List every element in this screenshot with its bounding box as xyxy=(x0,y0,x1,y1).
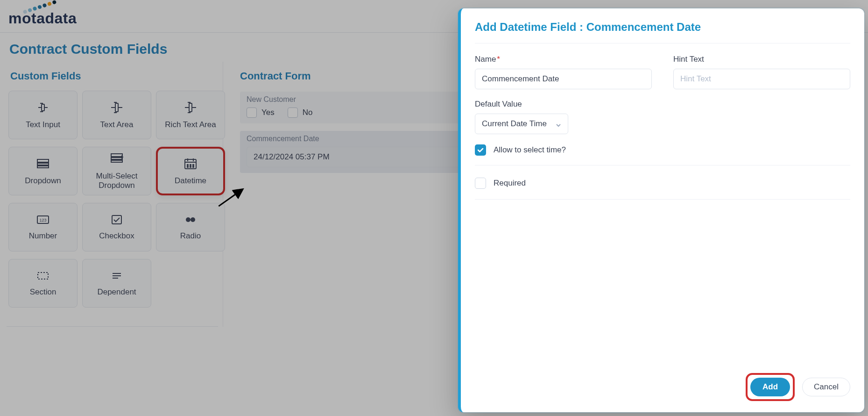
dropdown-icon xyxy=(35,157,51,171)
rich-text-area-icon xyxy=(182,100,199,115)
palette-title: Custom Fields xyxy=(10,70,214,82)
option-yes[interactable]: Yes xyxy=(247,108,275,118)
allow-time-checkbox[interactable] xyxy=(475,144,486,156)
brand-name: motadata xyxy=(8,10,77,27)
field-card-dependent[interactable]: Dependent xyxy=(82,259,151,308)
number-icon: 123 xyxy=(36,214,50,226)
add-button[interactable]: Add xyxy=(750,378,790,396)
svg-rect-18 xyxy=(112,215,121,224)
checkbox-icon xyxy=(110,214,124,226)
field-card-text-input[interactable]: Text Input xyxy=(8,91,78,139)
svg-text:123: 123 xyxy=(39,218,46,222)
svg-rect-8 xyxy=(111,160,122,162)
brand-logo: motadata xyxy=(8,5,77,27)
svg-rect-6 xyxy=(111,154,122,157)
svg-rect-2 xyxy=(189,103,192,112)
svg-rect-1 xyxy=(115,103,118,112)
field-card-text-area[interactable]: Text Area xyxy=(82,91,151,139)
field-card-label: Datetime xyxy=(175,176,206,186)
field-palette: Custom Fields Text Input xyxy=(4,62,223,327)
svg-rect-5 xyxy=(37,166,49,168)
option-label: Yes xyxy=(261,108,275,117)
panel-footer: Add Cancel xyxy=(475,373,850,401)
required-label: Required xyxy=(494,179,526,188)
field-card-label: Dropdown xyxy=(25,176,61,186)
field-card-radio[interactable]: Radio xyxy=(156,203,225,251)
multi-select-dropdown-icon xyxy=(108,152,125,166)
field-card-rich-text-area[interactable]: Rich Text Area xyxy=(156,91,225,139)
panel-title: Add Datetime Field : Commencement Date xyxy=(475,21,850,43)
checkbox-empty-icon xyxy=(247,108,257,118)
field-default-value: Default Value Current Date Time xyxy=(475,100,850,134)
svg-rect-3 xyxy=(37,159,49,162)
text-input-icon xyxy=(35,100,51,115)
cancel-button[interactable]: Cancel xyxy=(802,378,850,396)
field-card-section[interactable]: Section xyxy=(8,259,78,308)
field-card-label: Text Input xyxy=(26,120,60,129)
svg-point-10 xyxy=(187,165,188,165)
default-label: Default Value xyxy=(475,100,850,109)
field-card-checkbox[interactable]: Checkbox xyxy=(82,203,151,251)
svg-rect-0 xyxy=(42,104,44,111)
datetime-value: 24/12/2024 05:37 PM xyxy=(254,152,330,162)
svg-point-19 xyxy=(186,217,191,222)
field-card-label: Number xyxy=(29,231,57,241)
option-no[interactable]: No xyxy=(288,108,313,118)
select-value: Current Date Time xyxy=(482,119,547,129)
svg-rect-4 xyxy=(37,163,49,165)
add-field-panel: Add Datetime Field : Commencement Date N… xyxy=(458,8,864,412)
hint-input[interactable] xyxy=(673,69,850,89)
svg-point-14 xyxy=(190,166,191,167)
chevron-down-icon xyxy=(556,121,561,127)
field-hint-text: Hint Text xyxy=(673,55,850,89)
default-value-select[interactable]: Current Date Time xyxy=(475,114,568,134)
field-card-label: Rich Text Area xyxy=(165,120,216,129)
required-row: Required xyxy=(475,176,850,200)
checkbox-empty-icon xyxy=(288,108,298,118)
section-icon xyxy=(36,270,50,282)
field-card-label: Multi-Select Dropdown xyxy=(83,172,151,191)
field-card-datetime[interactable]: Datetime xyxy=(156,147,225,195)
svg-point-13 xyxy=(187,166,188,167)
text-area-icon xyxy=(108,100,125,115)
dependent-icon xyxy=(110,270,124,282)
field-card-number[interactable]: 123 Number xyxy=(8,203,78,251)
hint-label: Hint Text xyxy=(673,55,850,64)
radio-icon xyxy=(183,214,198,226)
field-card-label: Checkbox xyxy=(99,231,134,241)
required-checkbox[interactable] xyxy=(475,178,486,189)
field-card-label: Text Area xyxy=(100,120,134,129)
svg-rect-21 xyxy=(38,273,48,279)
name-label: Name* xyxy=(475,55,652,64)
svg-point-12 xyxy=(193,165,194,165)
name-input[interactable] xyxy=(475,69,652,89)
allow-time-label: Allow to select time? xyxy=(494,145,566,155)
field-name: Name* xyxy=(475,55,652,89)
add-button-highlight: Add xyxy=(746,373,795,401)
svg-point-11 xyxy=(190,165,191,165)
field-card-multi-select-dropdown[interactable]: Multi-Select Dropdown xyxy=(82,147,151,195)
svg-rect-7 xyxy=(111,158,122,159)
allow-time-row: Allow to select time? xyxy=(475,144,850,165)
svg-point-20 xyxy=(191,217,195,222)
calendar-icon xyxy=(182,157,199,171)
field-card-label: Dependent xyxy=(97,287,136,297)
palette-divider xyxy=(7,326,218,327)
field-card-label: Section xyxy=(30,287,56,297)
field-card-label: Radio xyxy=(180,231,201,241)
field-card-dropdown[interactable]: Dropdown xyxy=(8,147,78,195)
svg-point-15 xyxy=(193,166,194,167)
option-label: No xyxy=(303,108,313,117)
